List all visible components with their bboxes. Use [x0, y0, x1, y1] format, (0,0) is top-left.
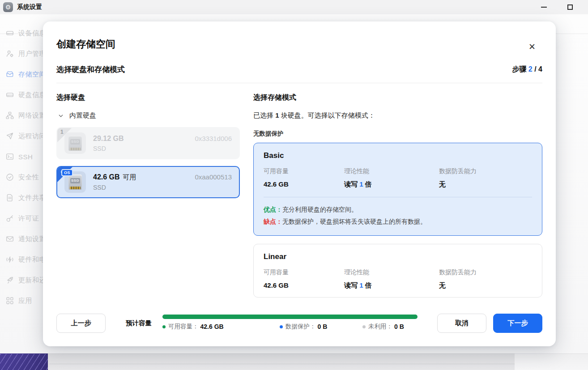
ssd-icon-label: SSD: [70, 139, 80, 145]
ssd-icon: SSD OS: [64, 171, 86, 193]
chevron-down-icon: [58, 113, 64, 119]
sidebar-item-label: 硬盘信息: [18, 91, 46, 99]
estimated-capacity-label: 预计容量: [126, 319, 152, 327]
pros-text: 充分利用硬盘的存储空间。: [282, 206, 358, 213]
sidebar-item-label: SSH: [18, 153, 33, 161]
desktop-wallpaper: [0, 353, 48, 370]
legend-protection: 数据保护： 0 B: [280, 323, 327, 331]
sidebar-item-label: 文件共享: [18, 194, 46, 202]
pros-label: 优点：: [264, 206, 282, 213]
sidebar-item-label: 网络设置: [18, 111, 46, 120]
terminal-icon: [6, 153, 14, 161]
legend-label: 数据保护：: [285, 323, 316, 331]
mode-card-linear[interactable]: Linear 可用容量 42.6 GB 理论性能 读写 1 倍: [253, 244, 542, 298]
network-icon: [6, 111, 14, 119]
sidebar-item-label: 远程访问: [18, 132, 46, 140]
summary-prefix: 已选择: [253, 111, 275, 119]
sidebar-item-label: 更新和还: [18, 276, 46, 285]
step-title: 选择硬盘和存储模式: [56, 64, 125, 75]
sidebar-item-label: 硬件和电: [18, 255, 46, 264]
legend-value: 0 B: [394, 323, 404, 330]
stat-label: 理论性能: [344, 268, 439, 276]
screen: ⚙ 系统设置 设备信息用户管理存储空间硬盘信息网络设置远程访问SSH安全性文件共…: [0, 0, 588, 370]
step-indicator: 步骤 2 / 4: [512, 65, 542, 74]
disk-available-suffix: 可用: [123, 173, 136, 182]
mode-section-heading: 选择存储模式: [253, 93, 542, 102]
mode-name: Linear: [264, 252, 532, 261]
sidebar-item-label: 设备信息: [18, 29, 46, 38]
storage-icon: [6, 70, 14, 78]
sidebar-item-label: 通知设置: [18, 235, 46, 243]
legend-label: 可用容量：: [168, 323, 199, 331]
disk-size: 42.6 GB: [93, 173, 120, 181]
minimize-icon[interactable]: [541, 7, 547, 8]
stat-label: 数据防丢能力: [439, 167, 532, 175]
mode-card-divider: [264, 197, 532, 197]
header-divider: [56, 83, 542, 83]
grid-icon: [6, 297, 14, 305]
sidebar-item-label: 应用: [18, 297, 32, 305]
summary-count: 1: [275, 111, 279, 119]
mode-pros: 优点：充分利用硬盘的存储空间。: [264, 204, 532, 216]
stat-label: 可用容量: [264, 268, 344, 276]
blue-dot-icon: [280, 325, 283, 328]
mail-icon: [6, 235, 14, 243]
step-current: 2: [528, 65, 533, 73]
create-storage-space-dialog: 创建存储空间 ✕ 选择硬盘和存储模式 步骤 2 / 4 选择硬盘 内置硬盘: [43, 21, 556, 346]
window-title: 系统设置: [17, 3, 42, 11]
shield-icon: [6, 173, 14, 181]
mode-summary: 已选择 1 块硬盘。可选择以下存储模式：: [253, 111, 542, 120]
cancel-button[interactable]: 取消: [437, 314, 486, 333]
stat-value: 42.6 GB: [264, 180, 344, 188]
legend-value: 0 B: [318, 323, 328, 330]
disk-type: SSD: [93, 184, 232, 191]
disk-card-available[interactable]: ✓ SSD OS 42.6 GB 可用 0xaa000513 SSD: [56, 166, 240, 198]
stat-label: 理论性能: [344, 167, 439, 175]
mode-cons: 缺点：无数据保护，硬盘损坏将丢失该硬盘上的所有数据。: [264, 216, 532, 228]
legend-available: 可用容量： 42.6 GB: [162, 323, 224, 331]
sidebar-item-label: 许可证: [18, 214, 39, 223]
capacity-bar-group: 可用容量： 42.6 GB 数据保护： 0 B 未利用： 0 B: [162, 315, 418, 331]
maximize-icon[interactable]: [567, 4, 573, 10]
disk-id: 0x3331d006: [195, 135, 232, 142]
sidebar-item-label: 安全性: [18, 173, 39, 182]
os-badge: OS: [61, 169, 73, 176]
mode-category-label: 无数据保护: [253, 130, 542, 138]
stat-value: 无: [439, 180, 532, 189]
internal-disk-group-label: 内置硬盘: [69, 111, 96, 120]
ssd-icon: SSD: [64, 132, 86, 154]
mode-card-basic[interactable]: Basic 可用容量 42.6 GB 理论性能 读写 1 倍: [253, 143, 542, 236]
green-dot-icon: [162, 325, 166, 328]
disk-type: SSD: [93, 145, 232, 152]
back-button[interactable]: 上一步: [56, 314, 106, 333]
capacity-progress-bar: [162, 315, 418, 319]
dialog-title: 创建存储空间: [56, 21, 542, 51]
close-icon[interactable]: ✕: [526, 41, 538, 53]
disk-section-heading: 选择硬盘: [56, 93, 240, 102]
stat-label: 数据防丢能力: [439, 268, 532, 276]
user-icon: [6, 50, 14, 58]
stat-value: 无: [439, 281, 532, 290]
cons-text: 无数据保护，硬盘损坏将丢失该硬盘上的所有数据。: [282, 218, 426, 225]
internal-disk-group-toggle[interactable]: 内置硬盘: [58, 111, 240, 120]
stat-value: 读写 1 倍: [344, 180, 439, 189]
rocket-icon: [6, 276, 14, 284]
sidebar-item-label: 用户管理: [18, 50, 46, 58]
step-prefix: 步骤: [512, 65, 528, 73]
gray-dot-icon: [362, 325, 366, 328]
background-window-edge-right: [515, 353, 588, 370]
disk-id: 0xaa000513: [195, 173, 232, 181]
send-icon: [6, 132, 14, 140]
sidebar-item-label: 存储空间: [18, 70, 46, 79]
stat-label: 可用容量: [264, 167, 344, 175]
stat-value: 42.6 GB: [264, 281, 344, 289]
legend-unused: 未利用： 0 B: [362, 323, 404, 331]
next-button[interactable]: 下一步: [493, 314, 542, 333]
doc-icon: [6, 194, 14, 202]
stat-value: 读写 1 倍: [344, 281, 439, 290]
mode-name: Basic: [264, 151, 532, 160]
drive-icon: [6, 91, 14, 99]
settings-app-icon: ⚙: [3, 2, 13, 12]
step-total: / 4: [533, 65, 542, 73]
disk-number-badge: 1: [60, 129, 64, 135]
